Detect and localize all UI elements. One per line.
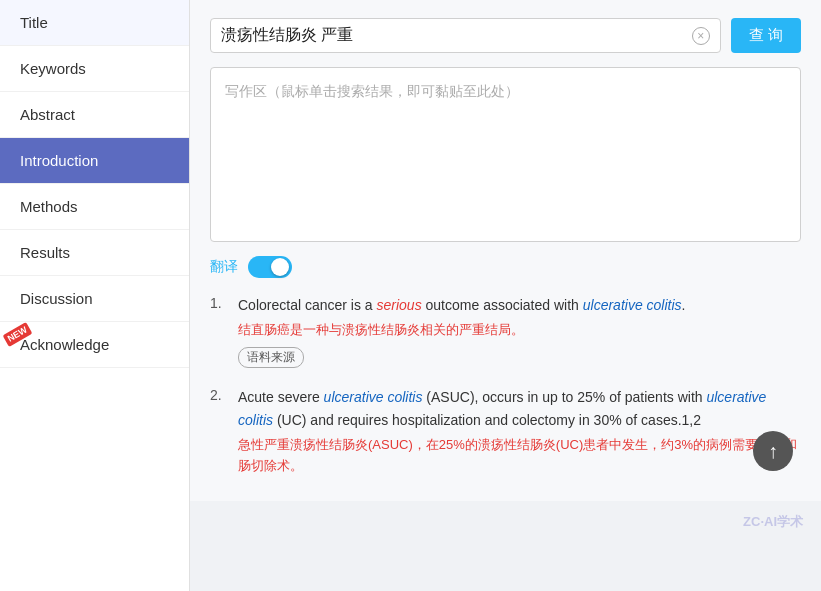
clear-button[interactable]: ×: [692, 27, 710, 45]
sidebar-item-abstract[interactable]: Abstract: [0, 92, 189, 138]
result-number: 1.: [210, 294, 228, 311]
sidebar-item-label: Abstract: [20, 106, 75, 123]
result-item-2[interactable]: 2.Acute severe ulcerative colitis (ASUC)…: [210, 386, 801, 482]
sidebar-item-label: Discussion: [20, 290, 93, 307]
result-cn-text: 结直肠癌是一种与溃疡性结肠炎相关的严重结局。: [238, 320, 801, 341]
sidebar: TitleKeywordsAbstractIntroductionMethods…: [0, 0, 190, 591]
result-number: 2.: [210, 386, 228, 403]
sidebar-item-keywords[interactable]: Keywords: [0, 46, 189, 92]
sidebar-item-methods[interactable]: Methods: [0, 184, 189, 230]
result-item-1[interactable]: 1.Colorectal cancer is a serious outcome…: [210, 294, 801, 368]
search-input-wrap[interactable]: 溃疡性结肠炎 严重 ×: [210, 18, 721, 53]
results-list: 1.Colorectal cancer is a serious outcome…: [210, 294, 801, 483]
watermark: ZC·AI学术: [743, 513, 803, 531]
main-content: 溃疡性结肠炎 严重 × 查 询 写作区（鼠标单击搜索结果，即可黏贴至此处） 翻译…: [190, 0, 821, 501]
sidebar-item-results[interactable]: Results: [0, 230, 189, 276]
result-en-text: Acute severe ulcerative colitis (ASUC), …: [238, 386, 801, 431]
sidebar-item-acknowledge[interactable]: NEWAcknowledge: [0, 322, 189, 368]
source-tag[interactable]: 语料来源: [238, 347, 304, 368]
search-query-text: 溃疡性结肠炎 严重: [221, 25, 686, 46]
result-content: Colorectal cancer is a serious outcome a…: [238, 294, 801, 368]
sidebar-item-label: Methods: [20, 198, 78, 215]
sidebar-item-title[interactable]: Title: [0, 0, 189, 46]
translation-row: 翻译: [210, 256, 801, 278]
translation-label: 翻译: [210, 258, 238, 276]
sidebar-item-label: Keywords: [20, 60, 86, 77]
scroll-top-button[interactable]: ↑: [753, 431, 793, 471]
writing-area[interactable]: 写作区（鼠标单击搜索结果，即可黏贴至此处）: [210, 67, 801, 242]
translation-toggle[interactable]: [248, 256, 292, 278]
result-cn-text: 急性严重溃疡性结肠炎(ASUC)，在25%的溃疡性结肠炎(UC)患者中发生，约3…: [238, 435, 801, 477]
sidebar-item-label: Title: [20, 14, 48, 31]
sidebar-item-label: Introduction: [20, 152, 98, 169]
sidebar-item-label: Results: [20, 244, 70, 261]
search-bar: 溃疡性结肠炎 严重 × 查 询: [210, 18, 801, 53]
sidebar-item-discussion[interactable]: Discussion: [0, 276, 189, 322]
sidebar-item-label: Acknowledge: [20, 336, 109, 353]
toggle-knob: [271, 258, 289, 276]
result-en-text: Colorectal cancer is a serious outcome a…: [238, 294, 801, 316]
main-wrapper: 溃疡性结肠炎 严重 × 查 询 写作区（鼠标单击搜索结果，即可黏贴至此处） 翻译…: [190, 0, 821, 591]
sidebar-item-introduction[interactable]: Introduction: [0, 138, 189, 184]
writing-area-placeholder: 写作区（鼠标单击搜索结果，即可黏贴至此处）: [225, 83, 519, 99]
search-button[interactable]: 查 询: [731, 18, 801, 53]
result-content: Acute severe ulcerative colitis (ASUC), …: [238, 386, 801, 482]
